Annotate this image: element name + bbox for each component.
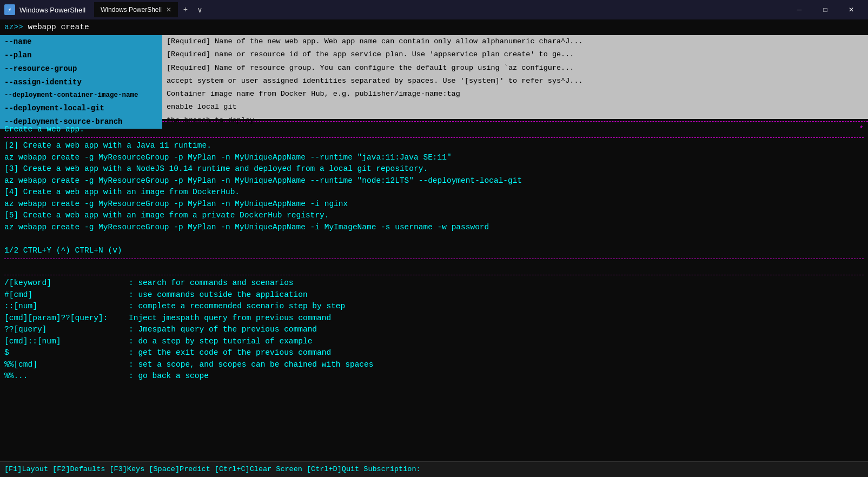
divider-section — [4, 137, 864, 138]
help-key-2: #[cmd] — [4, 289, 129, 301]
desc-plan: [Required] name or resource id of the ap… — [167, 48, 864, 61]
star-indicator: * — [859, 124, 864, 135]
autocomplete-item-assign-identity[interactable]: --assign-identity — [0, 76, 162, 89]
bottom-bar: [F1]Layout [F2]Defaults [F3]Keys [Space]… — [0, 461, 868, 477]
maximize-btn[interactable]: □ — [813, 0, 838, 19]
help-grid: /[keyword] : search for commands and sce… — [4, 277, 864, 382]
tab-label: Windows PowerShell — [101, 6, 162, 14]
autocomplete-item-plan[interactable]: --plan — [0, 49, 162, 62]
minimize-btn[interactable]: ─ — [787, 0, 812, 19]
help-key-6: [cmd]::[num] — [4, 336, 129, 347]
help-key-8: %%[cmd] — [4, 359, 129, 370]
autocomplete-list: --name --plan --resource-group --assign-… — [0, 35, 162, 119]
autocomplete-item-resource-group[interactable]: --resource-group — [0, 62, 162, 76]
desc-name: [Required] Name of the new web app. Web … — [167, 35, 864, 48]
help-key-4: [cmd][param]??[query]: — [4, 313, 129, 324]
help-desc-9: : go back a scope — [129, 370, 864, 382]
autocomplete-item-local-git[interactable]: --deployment-local-git — [0, 102, 162, 115]
help-desc-4: Inject jmespath query from previous comm… — [129, 313, 864, 324]
help-desc-7: : get the exit code of the previous comm… — [129, 347, 864, 359]
example-3-cmd: az webapp create -g MyResourceGroup -p M… — [4, 175, 864, 187]
app-title: Windows PowerShell — [19, 6, 85, 14]
app-icon: ⚡ — [4, 4, 15, 15]
help-desc-6: : do a step by step tutorial of example — [129, 336, 864, 347]
help-desc-3: : complete a recommended scenario step b… — [129, 301, 864, 312]
help-desc-5: : Jmespath query of the previous command — [129, 324, 864, 335]
desc-source-branch: the branch to deploy — [167, 114, 864, 127]
desc-container-image: Container image name from Docker Hub, e.… — [167, 88, 864, 101]
help-key-9: %%... — [4, 370, 129, 382]
help-key-1: /[keyword] — [4, 277, 129, 289]
icon-label: ⚡ — [8, 6, 11, 14]
section-title: Create a web app. — [4, 124, 84, 135]
close-btn[interactable]: ✕ — [839, 0, 864, 19]
help-desc-1: : search for commands and scenarios — [129, 277, 864, 289]
example-4-label: [4] Create a web app with an image from … — [4, 187, 864, 198]
active-tab[interactable]: Windows PowerShell ✕ — [94, 2, 178, 17]
example-4-cmd: az webapp create -g MyResourceGroup -p M… — [4, 198, 864, 210]
help-key-7: $ — [4, 347, 129, 359]
divider-help-top — [4, 275, 864, 275]
tab-close-btn[interactable]: ✕ — [166, 6, 171, 14]
autocomplete-item-name[interactable]: --name — [0, 35, 162, 49]
autocomplete-descriptions: [Required] Name of the new web app. Web … — [162, 35, 868, 119]
command-input[interactable]: webapp create — [28, 23, 89, 31]
help-key-3: ::[num] — [4, 301, 129, 312]
divider-pagination — [4, 259, 864, 259]
autocomplete-item-container-image[interactable]: --deployment-container-image-name — [0, 89, 162, 102]
desc-local-git: enable local git — [167, 101, 864, 114]
terminal-content: Create a web app. * [2] Create a web app… — [0, 124, 868, 382]
help-desc-2: : use commands outside the application — [129, 289, 864, 301]
command-line: az>> webapp create — [0, 19, 868, 35]
example-2-cmd: az webapp create -g MyResourceGroup -p M… — [4, 152, 864, 163]
example-3-label: [3] Create a web app with a NodeJS 10.14… — [4, 163, 864, 175]
titlebar: ⚡ Windows PowerShell Windows PowerShell … — [0, 0, 868, 19]
example-5-cmd: az webapp create -g MyResourceGroup -p M… — [4, 222, 864, 233]
desc-resource-group: [Required] Name of resource group. You c… — [167, 62, 864, 75]
prompt: az>> — [4, 23, 23, 31]
example-2-label: [2] Create a web app with a Java 11 runt… — [4, 140, 864, 151]
desc-assign-identity: accept system or user assigned identitie… — [167, 75, 864, 88]
terminal-window: az>> webapp create --name --plan --resou… — [0, 19, 868, 477]
tab-chevron-btn[interactable]: ∨ — [193, 3, 206, 17]
help-desc-8: : set a scope, and scopes can be chained… — [129, 359, 864, 370]
bottom-bar-text: [F1]Layout [F2]Defaults [F3]Keys [Space]… — [4, 465, 421, 473]
pagination: 1/2 CTRL+Y (^) CTRL+N (v) — [4, 245, 864, 256]
autocomplete-panel: --name --plan --resource-group --assign-… — [0, 35, 868, 119]
help-key-5: ??[query] — [4, 324, 129, 335]
tab-bar: Windows PowerShell ✕ + ∨ — [94, 2, 783, 17]
example-5-label: [5] Create a web app with an image from … — [4, 210, 864, 221]
new-tab-btn[interactable]: + — [179, 3, 192, 16]
window-controls: ─ □ ✕ — [787, 0, 864, 19]
